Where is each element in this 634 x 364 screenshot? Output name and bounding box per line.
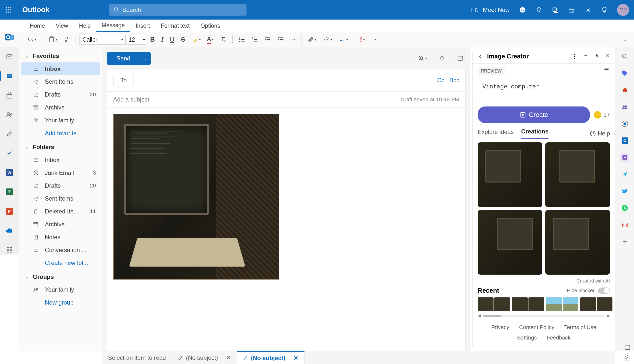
bold-button[interactable]: B: [148, 34, 157, 45]
font-size-select[interactable]: 12: [125, 35, 146, 44]
ribbon-collapse-icon[interactable]: ⌄: [621, 36, 629, 43]
skype-icon[interactable]: S: [519, 6, 526, 13]
powerpoint-rail-icon[interactable]: P: [5, 206, 14, 216]
close-tab-icon[interactable]: ✕: [293, 354, 298, 362]
folder-notes[interactable]: Notes: [21, 231, 100, 244]
zoom-button[interactable]: ▾: [415, 54, 429, 63]
tab-home[interactable]: Home: [24, 20, 50, 32]
minimize-icon[interactable]: [584, 53, 588, 60]
hide-blocked-toggle[interactable]: [598, 288, 610, 294]
more-format-button[interactable]: ⋯: [288, 35, 298, 44]
create-button[interactable]: Create: [478, 106, 590, 123]
scroll-right-icon[interactable]: ▶: [607, 313, 610, 318]
tab-explore-ideas[interactable]: Explore ideas: [478, 128, 514, 138]
tab-creations[interactable]: Creations: [521, 128, 548, 139]
meet-now-button[interactable]: Meet Now: [471, 6, 510, 13]
calendar-sync-icon[interactable]: [552, 6, 559, 13]
premium-icon[interactable]: [535, 6, 542, 13]
decrease-indent-button[interactable]: [262, 35, 273, 44]
more-button[interactable]: ⋯: [369, 35, 379, 44]
settings-link[interactable]: Settings: [517, 334, 537, 341]
folder-archive-2[interactable]: Archive: [21, 218, 100, 231]
highlight-button[interactable]: ▾: [189, 35, 203, 44]
bcc-link[interactable]: Bcc: [449, 77, 459, 84]
bullets-button[interactable]: [236, 35, 248, 44]
folder-drafts-2[interactable]: Drafts20: [21, 179, 100, 192]
creation-thumb-1[interactable]: [478, 142, 542, 207]
groups-header[interactable]: ⌄Groups: [21, 270, 100, 283]
draft-tab-2[interactable]: (No subject) ✕: [237, 351, 304, 364]
outlook-addon-icon[interactable]: O: [620, 136, 629, 145]
creation-thumb-2[interactable]: [545, 142, 610, 207]
font-color-button[interactable]: A▾: [205, 34, 216, 45]
folder-deleted[interactable]: Deleted Ite...11: [21, 205, 100, 218]
send-rail-icon[interactable]: [620, 170, 629, 179]
gmail-rail-icon[interactable]: [620, 220, 629, 229]
settings-icon[interactable]: [584, 6, 591, 13]
discard-button[interactable]: [437, 54, 447, 63]
creation-thumb-3[interactable]: [478, 210, 542, 274]
tab-insert[interactable]: Insert: [130, 20, 155, 32]
side-panel-toggle-icon[interactable]: [624, 344, 630, 351]
body-editor[interactable]: [107, 108, 465, 351]
underline-button[interactable]: U: [167, 34, 177, 45]
clear-format-button[interactable]: [218, 35, 229, 44]
content-policy-link[interactable]: Content Policy: [519, 324, 554, 330]
format-painter-button[interactable]: [61, 35, 72, 44]
recent-cluster-4[interactable]: [580, 298, 612, 311]
files-rail-icon[interactable]: [5, 129, 14, 139]
search-rail-icon[interactable]: [620, 52, 629, 61]
reading-pane-tab[interactable]: Select an item to read: [102, 351, 172, 364]
tips-icon[interactable]: [601, 6, 608, 13]
calendar-rail-icon[interactable]: [5, 91, 14, 100]
tab-help[interactable]: Help: [74, 20, 96, 32]
folder-inbox-2[interactable]: Inbox: [21, 154, 100, 166]
folders-header[interactable]: ⌄Folders: [21, 141, 100, 154]
recent-cluster-3[interactable]: [546, 298, 578, 311]
folder-your-family[interactable]: Your family: [21, 114, 100, 127]
cc-link[interactable]: Cc: [437, 77, 444, 84]
folder-sent[interactable]: Sent Items: [21, 75, 100, 88]
folder-drafts[interactable]: Drafts20: [21, 88, 100, 101]
favorites-header[interactable]: ⌄Favorites: [21, 50, 100, 62]
font-name-select[interactable]: Calibri: [79, 35, 124, 44]
my-day-icon[interactable]: [568, 6, 575, 13]
tag-rail-icon[interactable]: [620, 69, 629, 78]
add-rail-icon[interactable]: [620, 237, 629, 246]
numbering-button[interactable]: 123: [249, 35, 260, 44]
more-apps-rail-icon[interactable]: [5, 245, 14, 254]
new-group-link[interactable]: New group: [21, 296, 100, 309]
hamburger-icon[interactable]: [603, 67, 610, 72]
contacts-rail-icon[interactable]: [620, 102, 629, 112]
add-favorite-link[interactable]: Add favorite: [21, 127, 100, 140]
tab-format-text[interactable]: Format text: [155, 20, 195, 32]
mail-rail-icon-alt[interactable]: [5, 52, 14, 62]
briefcase-rail-icon[interactable]: [620, 86, 629, 94]
italic-button[interactable]: I: [159, 34, 166, 45]
signature-button[interactable]: ▾: [336, 35, 350, 44]
todo-rail-icon[interactable]: [5, 148, 14, 158]
folder-junk[interactable]: Junk Email3: [21, 166, 100, 179]
undo-button[interactable]: ▾: [24, 35, 39, 44]
terms-link[interactable]: Terms of Use: [564, 324, 596, 330]
privacy-link[interactable]: Privacy: [491, 324, 509, 330]
group-your-family[interactable]: Your family: [21, 283, 100, 296]
close-icon[interactable]: [605, 53, 610, 60]
tab-view[interactable]: View: [50, 20, 73, 32]
more-icon[interactable]: ⋮: [572, 53, 577, 60]
strikethrough-button[interactable]: S: [178, 34, 188, 45]
to-button[interactable]: To: [113, 74, 134, 86]
creation-thumb-4[interactable]: [545, 210, 610, 274]
search-input[interactable]: [122, 6, 242, 13]
search-box[interactable]: [109, 4, 247, 16]
recent-cluster-2[interactable]: [512, 298, 544, 311]
copilot-rail-icon[interactable]: [620, 119, 629, 128]
popout-button[interactable]: [455, 54, 465, 63]
credits-badge[interactable]: ⚡ 17: [594, 111, 610, 118]
avatar[interactable]: MP: [617, 4, 629, 16]
paste-button[interactable]: ▾: [46, 35, 60, 44]
pin-icon[interactable]: [594, 53, 599, 60]
folder-sent-2[interactable]: Sent Items: [21, 192, 100, 205]
close-tab-icon[interactable]: ✕: [226, 354, 231, 361]
attach-button[interactable]: ▾: [305, 35, 319, 44]
